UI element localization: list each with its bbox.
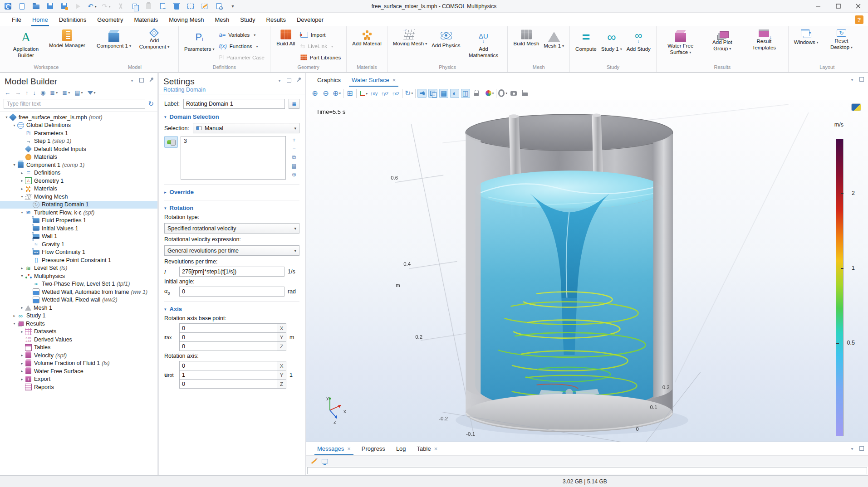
view-icon[interactable]: [358, 89, 368, 98]
tree-item[interactable]: Pressure Point Constraint 1: [0, 256, 157, 264]
snapshot-icon[interactable]: [509, 89, 518, 98]
menu-tab[interactable]: Home: [27, 13, 54, 26]
refresh-icon[interactable]: ↻: [148, 100, 154, 108]
menu-tab[interactable]: Mesh: [209, 13, 235, 26]
menu-tab[interactable]: Results: [261, 13, 291, 26]
tree-item[interactable]: free_surface_mixer_ls.mph (root): [0, 113, 157, 122]
import-button[interactable]: Import: [300, 30, 341, 39]
graphics-canvas[interactable]: Time=5.5 s: [306, 100, 868, 442]
rpt-input[interactable]: [179, 267, 284, 277]
copy-sel-icon[interactable]: ⧉: [290, 154, 298, 161]
clear-messages-icon[interactable]: [311, 458, 317, 463]
tree-item[interactable]: Wetted Wall, Fixed wall (ww2): [0, 296, 157, 304]
tree-item[interactable]: Rotating Domain 1: [0, 201, 157, 209]
active-selection-toggle[interactable]: [164, 136, 178, 148]
add-plot-group-button[interactable]: Add Plot Group: [701, 29, 743, 63]
tree-item[interactable]: Export: [0, 375, 157, 384]
go-to-yz-icon[interactable]: [380, 89, 389, 98]
result-templates-button[interactable]: Result Templates: [743, 29, 785, 63]
float-panel-icon[interactable]: [139, 78, 144, 83]
build-mesh-button[interactable]: Build Mesh: [511, 29, 541, 63]
panel-menu-icon[interactable]: ▾: [849, 77, 855, 82]
tree-item[interactable]: Turbulent Flow, k-ε (spf): [0, 209, 157, 217]
model-manager-button[interactable]: Model Manager: [47, 29, 88, 63]
quick-access-button[interactable]: [18, 2, 26, 10]
clip-icon[interactable]: [461, 89, 470, 98]
tree-item[interactable]: Definitions: [0, 169, 157, 177]
tree-item[interactable]: Gravity 1: [0, 240, 157, 248]
menu-tab[interactable]: Definitions: [54, 13, 92, 26]
tree-expand-icon[interactable]: [19, 306, 25, 310]
functions-button[interactable]: Functions: [219, 41, 264, 51]
quick-access-button[interactable]: [158, 2, 167, 10]
parameter-case-button[interactable]: Parameter Case: [219, 53, 264, 62]
selection-list[interactable]: 3: [181, 136, 286, 180]
zoom-sel-icon[interactable]: ⊕: [290, 171, 298, 178]
tree-item[interactable]: Derived Values: [0, 336, 157, 344]
add-material-button[interactable]: Add Material: [350, 29, 384, 63]
environment-icon[interactable]: [498, 89, 507, 98]
zoom-in-icon[interactable]: [310, 89, 319, 98]
tree-item[interactable]: Materials: [0, 185, 157, 193]
moving-mesh-button[interactable]: Moving Mesh: [391, 29, 429, 63]
quick-access-button[interactable]: [130, 2, 138, 10]
axis-y-input[interactable]: [180, 372, 277, 378]
compute-button[interactable]: Compute: [573, 29, 599, 63]
maximize-button[interactable]: [828, 0, 848, 12]
print-icon[interactable]: [520, 89, 529, 98]
water-free-surface-button[interactable]: Water Free Surface: [660, 29, 701, 63]
tree-expand-icon[interactable]: [11, 314, 17, 318]
transparency-icon[interactable]: [428, 89, 437, 98]
quick-access-button[interactable]: [215, 2, 223, 10]
forward-icon[interactable]: →: [15, 89, 21, 96]
information-tab[interactable]: Log: [391, 443, 412, 455]
tree-item[interactable]: Wetted Wall, Automatic from frame (ww 1): [0, 288, 157, 296]
scene-icon[interactable]: [450, 89, 459, 98]
minimize-button[interactable]: [808, 0, 828, 12]
quick-access-button[interactable]: [201, 2, 209, 10]
tree-item[interactable]: Fluid Properties 1: [0, 217, 157, 225]
tree-item[interactable]: Global Definitions: [0, 122, 157, 130]
float-panel-icon[interactable]: [286, 78, 292, 83]
build-all-button[interactable]: Build All: [274, 29, 298, 63]
graphics-tab[interactable]: Graphics: [312, 74, 346, 87]
zoom-out-icon[interactable]: [321, 89, 330, 98]
livelink-button[interactable]: LiveLink: [300, 41, 341, 51]
quick-access-button[interactable]: [116, 2, 124, 10]
menu-tab[interactable]: File: [6, 13, 27, 26]
rotation-type-dropdown[interactable]: Specified rotational velocity▾: [164, 223, 299, 234]
tree-expand-icon[interactable]: [19, 274, 25, 278]
tree-item[interactable]: Reports: [0, 383, 157, 391]
rve-dropdown[interactable]: General revolutions per time▾: [164, 245, 299, 256]
rotate-icon[interactable]: [404, 89, 413, 98]
label-options-button[interactable]: ≣: [289, 99, 299, 109]
zoom-box-icon[interactable]: [332, 89, 341, 98]
go-to-xz-icon[interactable]: [391, 89, 400, 98]
messages-content[interactable]: [307, 467, 867, 474]
axis-x-input[interactable]: [180, 363, 277, 369]
graphics-tab[interactable]: Water Surface: [346, 74, 401, 87]
tree-item[interactable]: Results: [0, 320, 157, 328]
tree-expand-icon[interactable]: [19, 171, 25, 175]
base-y-input[interactable]: [180, 334, 277, 341]
tree-item[interactable]: Wall 1: [0, 233, 157, 241]
selection-dropdown[interactable]: Manual▾: [193, 123, 299, 133]
back-icon[interactable]: ←: [5, 89, 10, 96]
zoom-extents-icon[interactable]: [345, 89, 354, 98]
grid-icon[interactable]: [439, 89, 448, 98]
tree-expand-icon[interactable]: [19, 353, 25, 357]
panel-menu-icon[interactable]: ▾: [277, 78, 282, 83]
quick-access-button[interactable]: [88, 2, 96, 10]
close-tab-icon[interactable]: [392, 77, 396, 83]
add-study-button[interactable]: Add Study: [624, 29, 653, 63]
quick-access-button[interactable]: [186, 2, 195, 10]
add-physics-button[interactable]: Add Physics: [429, 29, 462, 63]
tree-item[interactable]: Geometry 1: [0, 177, 157, 185]
part-libraries-button[interactable]: Part Libraries: [300, 53, 341, 62]
quick-access-button[interactable]: [60, 2, 68, 10]
tree-expand-icon[interactable]: [11, 321, 17, 326]
move-up-icon[interactable]: ↑: [25, 89, 29, 96]
tree-item[interactable]: Step 1 (step 1): [0, 137, 157, 146]
help-button[interactable]: ?: [855, 15, 863, 24]
tree-expand-icon[interactable]: [11, 163, 17, 167]
